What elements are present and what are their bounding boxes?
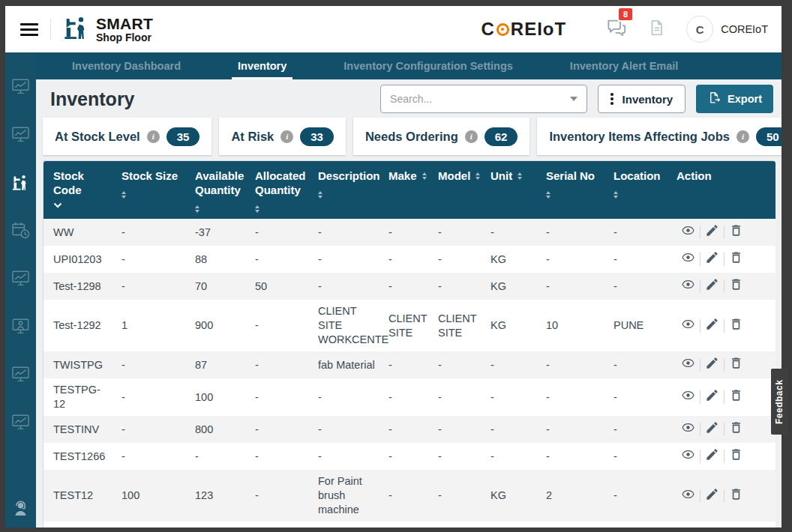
pencil-icon: [705, 447, 719, 465]
column-header-description[interactable]: Description: [312, 161, 382, 219]
coreiot-logo-prefix: C: [481, 19, 494, 40]
info-icon[interactable]: i: [736, 130, 749, 143]
edit-row-button[interactable]: [700, 223, 724, 241]
view-row-button[interactable]: [676, 420, 700, 438]
column-header-available-quantity[interactable]: Available Quantity: [189, 161, 249, 219]
tab-inventory[interactable]: Inventory: [209, 52, 315, 79]
view-row-button[interactable]: [676, 223, 700, 241]
column-header-serial-no[interactable]: Serial No: [540, 161, 608, 219]
view-row-button[interactable]: [676, 526, 700, 528]
avatar[interactable]: C: [686, 16, 713, 43]
cell-description: For Paint brush machine: [312, 470, 382, 522]
trash-icon: [729, 356, 743, 374]
sidebar-item-6-operator-terminal-icon[interactable]: [10, 316, 31, 336]
column-label: Make: [388, 169, 417, 183]
cell-make: -: [382, 443, 432, 470]
stat-card-inventory-items-affecting-jobs: Inventory Items Affecting Jobsi50: [537, 118, 782, 155]
stat-value-badge: 35: [166, 127, 200, 146]
hamburger-menu-icon[interactable]: [20, 23, 38, 36]
sidebar-item-4-calendar-clock-icon[interactable]: [10, 220, 31, 241]
cell-stock-code: TESTINV: [44, 416, 116, 443]
trash-icon: [729, 526, 743, 528]
delete-row-button[interactable]: [724, 447, 748, 465]
cell-action: [670, 219, 776, 246]
inventory-table: Stock CodeStock SizeAvailable QuantityAl…: [44, 161, 776, 528]
view-row-button[interactable]: [676, 317, 700, 335]
delete-row-button[interactable]: [724, 223, 748, 241]
delete-row-button[interactable]: [724, 277, 748, 295]
delete-row-button[interactable]: [724, 388, 748, 406]
column-header-stock-code[interactable]: Stock Code: [44, 161, 116, 219]
cell-serial-no: -: [540, 378, 608, 416]
tab-inventory-configuration-settings[interactable]: Inventory Configuration Settings: [315, 52, 542, 79]
cell-make: -: [382, 470, 432, 522]
sidebar-item-8-monitor-chart-icon[interactable]: [10, 412, 31, 432]
info-icon[interactable]: i: [280, 130, 293, 143]
view-row-button[interactable]: [676, 447, 700, 465]
edit-row-button[interactable]: [700, 447, 724, 465]
cell-location: -: [608, 416, 670, 443]
delete-row-button[interactable]: [724, 526, 748, 528]
cell-allocated-quantity: -: [249, 351, 312, 378]
cell-action: [670, 246, 776, 273]
inventory-menu-button[interactable]: Inventory: [598, 85, 686, 113]
view-row-button[interactable]: [676, 277, 700, 295]
view-row-button[interactable]: [676, 487, 700, 505]
info-icon[interactable]: i: [465, 130, 478, 143]
delete-row-button[interactable]: [724, 356, 748, 374]
export-button[interactable]: Export: [696, 85, 773, 113]
column-header-allocated-quantity[interactable]: Allocated Quantity: [249, 161, 312, 219]
column-header-model[interactable]: Model: [432, 161, 484, 219]
delete-row-button[interactable]: [724, 250, 748, 268]
column-header-make[interactable]: Make: [382, 161, 432, 219]
trash-icon: [729, 250, 743, 268]
eye-icon: [681, 526, 695, 528]
sidebar-item-1-monitor-chart-icon[interactable]: [10, 76, 31, 97]
sidebar-item-5-monitor-chart-icon[interactable]: [10, 268, 31, 288]
edit-row-button[interactable]: [700, 420, 724, 438]
chat-notifications-button[interactable]: 8: [605, 16, 628, 42]
info-icon[interactable]: i: [147, 130, 160, 143]
top-header: SMART Shop Floor CREIoT 8 C COREIoT: [5, 6, 782, 52]
edit-row-button[interactable]: [700, 277, 724, 295]
cell-available-quantity: 100: [189, 378, 249, 416]
table-row-ww: WW--37-------: [44, 219, 776, 246]
edit-row-button[interactable]: [700, 388, 724, 406]
sidebar-item-2-monitor-chart-icon[interactable]: [10, 124, 31, 145]
tab-inventory-dashboard[interactable]: Inventory Dashboard: [44, 52, 209, 79]
account-menu[interactable]: C COREIoT: [686, 16, 768, 43]
cell-allocated-quantity: -: [249, 219, 312, 246]
delete-row-button[interactable]: [724, 420, 748, 438]
cell-location: -: [608, 378, 670, 416]
page-title: Inventory: [50, 88, 135, 110]
view-row-button[interactable]: [676, 356, 700, 374]
inventory-table-card: Stock CodeStock SizeAvailable QuantityAl…: [43, 160, 775, 528]
view-row-button[interactable]: [676, 388, 700, 406]
edit-row-button[interactable]: [700, 526, 724, 528]
delete-row-button[interactable]: [724, 487, 748, 505]
search-dropdown-caret-icon[interactable]: [570, 97, 578, 101]
edit-row-button[interactable]: [700, 487, 724, 505]
sidebar-item-3-machine-operator-icon[interactable]: [10, 172, 31, 193]
cell-location: -: [608, 219, 670, 246]
edit-row-button[interactable]: [700, 317, 724, 335]
column-header-stock-size[interactable]: Stock Size: [116, 161, 189, 219]
feedback-tab[interactable]: Feedback: [771, 369, 788, 435]
view-row-button[interactable]: [676, 250, 700, 268]
column-header-unit[interactable]: Unit: [484, 161, 540, 219]
sidebar-support-agent-icon[interactable]: [10, 498, 31, 519]
sidebar-item-7-monitor-chart-icon[interactable]: [10, 364, 31, 384]
cell-available-quantity: 88: [189, 246, 249, 273]
cell-model: -: [432, 443, 484, 470]
column-header-location[interactable]: Location: [608, 161, 670, 219]
edit-row-button[interactable]: [700, 250, 724, 268]
edit-row-button[interactable]: [700, 356, 724, 374]
header-actions: CREIoT 8 C COREIoT: [481, 16, 768, 43]
documents-button[interactable]: [647, 18, 667, 40]
cell-stock-code: TWISTPG: [44, 351, 116, 378]
tab-label: Inventory Dashboard: [72, 60, 181, 72]
search-input[interactable]: [390, 93, 570, 105]
tab-inventory-alert-email[interactable]: Inventory Alert Email: [542, 52, 707, 79]
delete-row-button[interactable]: [724, 317, 748, 335]
search-combobox[interactable]: [380, 85, 587, 113]
